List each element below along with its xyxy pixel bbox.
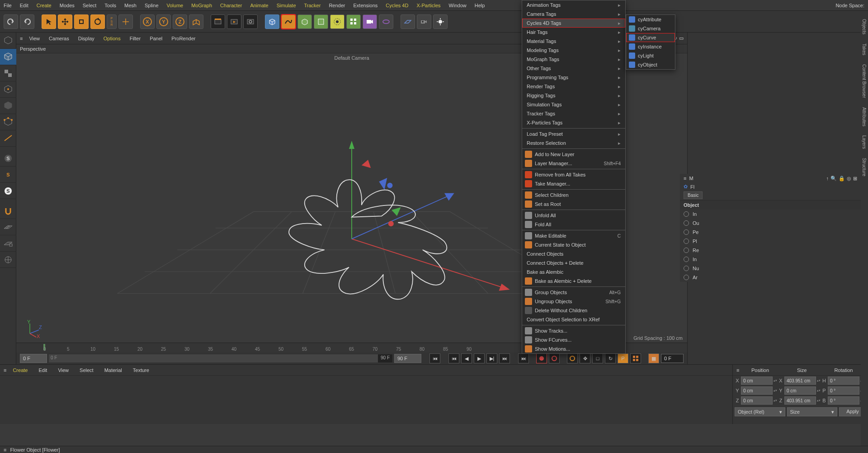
right-tab-layers[interactable]: Layers (861, 131, 868, 153)
light2-button[interactable] (433, 14, 448, 29)
viewport-solo-tool[interactable]: S (0, 167, 16, 183)
spline-primitive[interactable] (281, 14, 296, 29)
attr-radio[interactable] (684, 275, 689, 280)
scale-tool[interactable] (74, 14, 89, 29)
attr-radio[interactable] (684, 211, 689, 217)
right-tab-structure[interactable]: Structure (861, 153, 868, 181)
rotate-tool[interactable] (90, 14, 105, 29)
play-button[interactable]: ▶ (474, 353, 485, 363)
light-button[interactable] (379, 14, 393, 29)
floor-button[interactable] (401, 14, 415, 29)
object-tool[interactable] (0, 98, 16, 114)
right-tab-attributes[interactable]: Attributes (861, 103, 868, 131)
right-tab-contentbrowser[interactable]: Content Browser (861, 60, 868, 102)
redo-button[interactable] (20, 14, 34, 29)
right-tab-takes[interactable]: Takes (861, 39, 868, 60)
vp-tab-options[interactable]: Options (99, 34, 125, 43)
model-tool[interactable] (0, 49, 16, 65)
workplane-tool[interactable] (0, 81, 16, 98)
timeline-layout-button[interactable]: ▦ (648, 353, 659, 363)
ctx-programming-tags[interactable]: Programming Tags▸ (522, 73, 625, 82)
render-pv-button[interactable] (227, 14, 241, 29)
ctx-bake-as-alembic-delete[interactable]: Bake as Alembic + Delete (522, 277, 625, 286)
ctx-unfold-all[interactable]: Unfold All (522, 211, 625, 220)
ctx-hair-tags[interactable]: Hair Tags▸ (522, 28, 625, 37)
next-frame-button[interactable]: ▶| (486, 353, 497, 363)
mat-tab-edit[interactable]: Edit (34, 366, 52, 375)
deformer-button[interactable] (314, 14, 328, 29)
planar-workplane-tool[interactable] (0, 252, 16, 268)
ctx-show-tracks-[interactable]: Show Tracks... (522, 326, 625, 335)
ctx-add-to-new-layer[interactable]: Add to New Layer (522, 150, 625, 159)
submenu-cyattribute[interactable]: cyAttribute (626, 15, 675, 24)
enable-axis-tool[interactable]: S (0, 150, 16, 167)
ctx-delete-without-children[interactable]: Delete Without Children (522, 306, 625, 315)
rot-H[interactable] (828, 377, 859, 385)
attr-radio[interactable] (684, 229, 689, 235)
pos-Y[interactable] (741, 386, 773, 395)
ctx-fold-all[interactable]: Fold All (522, 220, 625, 229)
pos-X[interactable] (741, 377, 773, 385)
size-mode-select[interactable]: Size▾ (787, 407, 838, 416)
menu-character[interactable]: Character (220, 3, 242, 8)
goto-end-button[interactable]: ⏭ (518, 353, 529, 363)
attr-radio[interactable] (684, 257, 689, 262)
menu-mesh[interactable]: Mesh (124, 3, 137, 8)
size-Z[interactable] (784, 396, 816, 405)
viewport-toggle-icon[interactable]: ▭ (679, 35, 684, 41)
ctx-other-tags[interactable]: Other Tags▸ (522, 64, 625, 73)
ctx-remove-from-all-takes[interactable]: Remove from All Takes (522, 170, 625, 179)
menu-simulate[interactable]: Simulate (277, 3, 296, 8)
hamburger-icon[interactable]: ≡ (4, 367, 6, 373)
submenu-cyobject[interactable]: cyObject (626, 60, 675, 69)
field-button[interactable] (330, 14, 344, 29)
ctx-show-motions-[interactable]: Show Motions... (522, 344, 625, 353)
workplane2-tool[interactable] (0, 219, 16, 235)
goto-start-button[interactable]: ⏮ (429, 353, 440, 363)
vp-tab-display[interactable]: Display (74, 34, 99, 43)
hamburger-icon[interactable]: ≡ (20, 36, 23, 41)
attr-radio[interactable] (684, 266, 689, 271)
x-axis-button[interactable]: X (140, 14, 155, 29)
mat-tab-select[interactable]: Select (75, 366, 98, 375)
add-icon[interactable]: ⊞ (853, 176, 857, 181)
timeline-end-field[interactable] (394, 354, 421, 363)
ctx-camera-tags[interactable]: Camera Tags▸ (522, 10, 625, 19)
coord-mode-select[interactable]: Object (Rel)▾ (735, 407, 785, 416)
ctx-set-as-root[interactable]: Set as Root (522, 200, 625, 209)
ctx-simulation-tags[interactable]: Simulation Tags▸ (522, 100, 625, 109)
menu-animate[interactable]: Animate (250, 3, 268, 8)
menu-tools[interactable]: Tools (104, 3, 116, 8)
camera-button[interactable] (363, 14, 377, 29)
coord-system-button[interactable] (189, 14, 203, 29)
render-settings-button[interactable] (243, 14, 258, 29)
hamburger-icon[interactable]: ≡ (684, 176, 686, 181)
timeline-current-field[interactable] (661, 354, 684, 363)
rot-P[interactable] (828, 386, 859, 395)
menu-volume[interactable]: Volume (167, 3, 184, 8)
menu-spline[interactable]: Spline (145, 3, 159, 8)
vp-tab-view[interactable]: View (24, 34, 44, 43)
mat-tab-texture[interactable]: Texture (128, 366, 154, 375)
render-button[interactable] (211, 14, 225, 29)
next-key-button[interactable]: ⏭ (499, 353, 510, 363)
menu-x-particles[interactable]: X-Particles (416, 3, 440, 8)
mat-tab-material[interactable]: Material (100, 366, 127, 375)
rot-key-button[interactable]: ↻ (605, 353, 616, 363)
cube-primitive[interactable] (265, 14, 279, 29)
attr-radio[interactable] (684, 238, 689, 244)
attr-radio[interactable] (684, 220, 689, 226)
ctx-load-tag-preset[interactable]: Load Tag Preset▸ (522, 129, 625, 138)
psr-tool[interactable]: PSR (107, 14, 117, 29)
point-tool[interactable] (0, 114, 16, 130)
ctx-x-particles-tags[interactable]: X-Particles Tags▸ (522, 118, 625, 127)
viewport-solo2-tool[interactable]: S (0, 183, 16, 199)
generator-button[interactable] (297, 14, 312, 29)
vp-tab-filter[interactable]: Filter (125, 34, 145, 43)
target-icon[interactable]: ◎ (847, 176, 851, 181)
size-Y[interactable] (784, 386, 816, 395)
timeline-slider[interactable]: 0 F 90 F (49, 354, 392, 362)
scale-key-button[interactable]: □ (592, 353, 603, 363)
ctx-show-fcurves-[interactable]: Show FCurves... (522, 335, 625, 344)
lock-icon[interactable]: 🔒 (839, 176, 845, 181)
